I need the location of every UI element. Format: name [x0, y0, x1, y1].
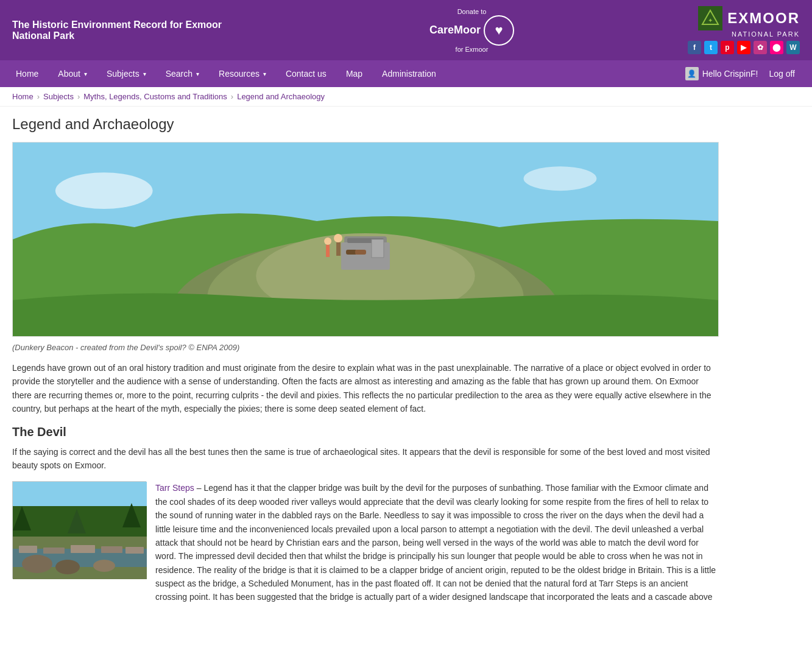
breadcrumb-sep-2: ›: [77, 92, 80, 101]
section-heading-devil: The Devil: [12, 425, 719, 439]
pinterest-icon[interactable]: p: [721, 41, 734, 54]
svg-rect-22: [19, 546, 37, 553]
user-avatar: 👤: [685, 67, 699, 80]
top-header: The Historic Environment Record for Exmo…: [0, 0, 812, 60]
hero-image: [12, 142, 719, 337]
nav-home[interactable]: Home: [6, 60, 48, 87]
exmoor-logo: ✦ EXMOOR NATIONAL PARK f t p ▶ ✿ ⬤ W: [688, 6, 800, 54]
svg-point-14: [334, 234, 342, 242]
page-title: Legend and Archaeology: [12, 116, 719, 133]
user-info: 👤 Hello CrispinF!: [685, 67, 758, 80]
youtube-icon[interactable]: ▶: [737, 41, 750, 54]
svg-rect-15: [336, 242, 341, 256]
svg-rect-11: [372, 239, 384, 258]
nav-contact[interactable]: Contact us: [276, 60, 336, 87]
donate-heart-icon: ♥: [484, 15, 514, 46]
svg-rect-24: [71, 545, 95, 553]
tarr-steps-image: [12, 481, 146, 579]
breadcrumb: Home › Subjects › Myths, Legends, Custom…: [0, 87, 812, 107]
nav-map[interactable]: Map: [336, 60, 372, 87]
about-chevron-icon: ▾: [84, 71, 87, 77]
svg-point-4: [524, 166, 597, 191]
breadcrumb-subjects[interactable]: Subjects: [43, 92, 74, 101]
search-chevron-icon: ▾: [196, 71, 199, 77]
exmoor-subtext: NATIONAL PARK: [732, 30, 800, 38]
breadcrumb-current: Legend and Archaeology: [237, 92, 325, 101]
donate-line1: Donate to: [457, 8, 487, 15]
devil-intro: If the saying is correct and the devil h…: [12, 445, 719, 473]
breadcrumb-sep-3: ›: [231, 92, 233, 101]
svg-point-27: [22, 555, 52, 573]
donate-line3: for Exmoor: [456, 46, 489, 53]
nav-resources[interactable]: Resources ▾: [209, 60, 276, 87]
svg-rect-17: [355, 250, 366, 255]
main-navbar: Home About ▾ Subjects ▾ Search ▾ Resourc…: [0, 60, 812, 87]
svg-rect-23: [43, 548, 65, 554]
donate-line2: CareMoor: [429, 24, 481, 37]
social-icons-container: f t p ▶ ✿ ⬤ W: [688, 41, 800, 54]
svg-text:✦: ✦: [708, 17, 713, 24]
resources-chevron-icon: ▾: [263, 71, 266, 77]
svg-rect-26: [125, 547, 144, 554]
instagram-icon[interactable]: ✿: [754, 41, 767, 54]
tarr-steps-text: Tarr Steps – Legend has it that the clap…: [155, 481, 719, 604]
twitter-icon[interactable]: t: [704, 41, 718, 54]
exmoor-badge-icon: ✦: [698, 6, 722, 30]
site-title: The Historic Environment Record for Exmo…: [12, 19, 256, 41]
tarr-steps-section: Tarr Steps – Legend has it that the clap…: [12, 481, 719, 613]
nav-subjects[interactable]: Subjects ▾: [97, 60, 156, 87]
flickr-icon[interactable]: ⬤: [770, 41, 783, 54]
hero-caption: (Dunkery Beacon - created from the Devil…: [12, 343, 719, 352]
nav-administration[interactable]: Administration: [372, 60, 446, 87]
wordpress-icon[interactable]: W: [786, 41, 800, 54]
nav-right: 👤 Hello CrispinF! Log off: [685, 60, 806, 87]
breadcrumb-myths[interactable]: Myths, Legends, Customs and Traditions: [83, 92, 227, 101]
svg-point-28: [55, 560, 80, 574]
nav-search[interactable]: Search ▾: [156, 60, 209, 87]
exmoor-name: EXMOOR: [727, 10, 800, 27]
svg-point-3: [55, 172, 153, 209]
breadcrumb-home[interactable]: Home: [12, 92, 34, 101]
log-off-button[interactable]: Log off: [764, 60, 800, 87]
user-greeting: Hello CrispinF!: [702, 69, 758, 79]
nav-left: Home About ▾ Subjects ▾ Search ▾ Resourc…: [6, 60, 446, 87]
donate-logo[interactable]: Donate to CareMoor ♥ for Exmoor: [429, 8, 514, 53]
tarr-steps-link[interactable]: Tarr Steps: [155, 483, 194, 493]
main-content: Legend and Archaeology: [0, 107, 731, 622]
svg-point-12: [324, 238, 331, 245]
nav-about[interactable]: About ▾: [48, 60, 97, 87]
intro-paragraph: Legends have grown out of an oral histor…: [12, 361, 719, 416]
svg-rect-25: [101, 546, 122, 553]
svg-rect-13: [326, 245, 330, 257]
facebook-icon[interactable]: f: [688, 41, 701, 54]
svg-point-29: [93, 560, 115, 572]
subjects-chevron-icon: ▾: [143, 71, 146, 77]
breadcrumb-sep-1: ›: [37, 92, 40, 101]
